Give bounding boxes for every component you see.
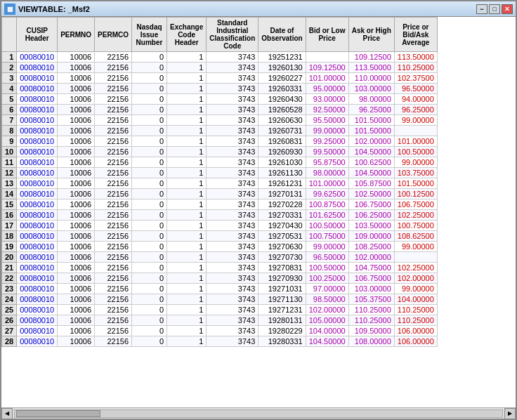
cell-bid: 95.50000: [306, 115, 348, 126]
col-header-permco: PERMCO: [95, 18, 132, 52]
cell-bid: 97.00000: [306, 284, 348, 294]
cell-rownum: 26: [2, 315, 17, 326]
cell-nasdaq: 0: [132, 115, 167, 126]
cell-permno: 10006: [58, 168, 95, 178]
cell-permco: 22156: [95, 252, 132, 263]
cell-date: 19271031: [258, 284, 306, 294]
cell-date: 19270730: [258, 252, 306, 263]
cell-rownum: 13: [2, 178, 17, 189]
table-row: 60008001010006221560137431926052892.5000…: [2, 105, 438, 115]
cell-nasdaq: 0: [132, 305, 167, 315]
cell-price-avg: 110.25000: [394, 63, 437, 73]
cell-permno: 10006: [58, 52, 95, 63]
cell-ask: 106.75000: [348, 199, 394, 210]
close-button[interactable]: ✕: [502, 4, 513, 14]
table-row: 300080010100062215601374319260227101.000…: [2, 73, 438, 84]
cell-permno: 10006: [58, 157, 95, 168]
cell-exchange: 1: [167, 199, 207, 210]
table-container[interactable]: CUSIPHeader PERMNO PERMCO NasdaqIssueNum…: [1, 17, 516, 407]
cell-exchange: 1: [167, 52, 207, 63]
cell-ask: 101.50000: [348, 115, 394, 126]
cell-date: 19260227: [258, 73, 306, 84]
horizontal-scrollbar[interactable]: [14, 409, 503, 418]
table-row: 120008001010006221560137431926113098.000…: [2, 168, 438, 178]
cell-nasdaq: 0: [132, 147, 167, 157]
cell-ask: 105.87500: [348, 178, 394, 189]
cell-permno: 10006: [58, 84, 95, 94]
cell-price-avg: 96.25000: [394, 105, 437, 115]
table-row: 1700080010100062215601374319270430100.50…: [2, 221, 438, 231]
cell-ask: 110.25000: [348, 315, 394, 326]
cell-cusip: 00080010: [17, 157, 58, 168]
cell-sic: 3743: [207, 336, 258, 347]
cell-date: 19270131: [258, 189, 306, 199]
cell-exchange: 1: [167, 305, 207, 315]
cell-exchange: 1: [167, 326, 207, 336]
cell-ask: 100.62500: [348, 157, 394, 168]
cell-rownum: 10: [2, 147, 17, 157]
cell-permno: 10006: [58, 336, 95, 347]
cell-permco: 22156: [95, 105, 132, 115]
cell-date: 19261130: [258, 168, 306, 178]
cell-permno: 10006: [58, 73, 95, 84]
cell-rownum: 25: [2, 305, 17, 315]
cell-cusip: 00080010: [17, 231, 58, 242]
cell-nasdaq: 0: [132, 63, 167, 73]
cell-cusip: 00080010: [17, 147, 58, 157]
cell-price-avg: 106.00000: [394, 336, 437, 347]
col-header-price-avg: Price orBid/AskAverage: [394, 18, 437, 52]
column-header-row: CUSIPHeader PERMNO PERMCO NasdaqIssueNum…: [2, 18, 438, 52]
cell-date: 19260528: [258, 105, 306, 115]
cell-cusip: 00080010: [17, 252, 58, 263]
main-window: ▦ VIEWTABLE: _Msf2 − □ ✕ CUSIPHeader PER…: [0, 0, 517, 420]
cell-price-avg: 102.37500: [394, 73, 437, 84]
cell-sic: 3743: [207, 326, 258, 336]
cell-ask: 96.25000: [348, 105, 394, 115]
scroll-left-button[interactable]: ◀: [1, 408, 13, 419]
minimize-button[interactable]: −: [476, 4, 487, 14]
cell-bid: 92.50000: [306, 105, 348, 115]
maximize-button[interactable]: □: [489, 4, 500, 14]
cell-price-avg: 103.75000: [394, 168, 437, 178]
cell-nasdaq: 0: [132, 84, 167, 94]
cell-ask: 110.00000: [348, 73, 394, 84]
scrollbar-thumb[interactable]: [16, 410, 100, 417]
cell-date: 19270331: [258, 210, 306, 221]
cell-sic: 3743: [207, 231, 258, 242]
cell-rownum: 24: [2, 294, 17, 305]
cell-nasdaq: 0: [132, 168, 167, 178]
cell-exchange: 1: [167, 294, 207, 305]
table-row: 50008001010006221560137431926043093.0000…: [2, 94, 438, 105]
cell-permno: 10006: [58, 105, 95, 115]
table-row: 1600080010100062215601374319270331101.62…: [2, 210, 438, 221]
cell-permno: 10006: [58, 273, 95, 284]
cell-nasdaq: 0: [132, 294, 167, 305]
cell-price-avg: [394, 252, 437, 263]
cell-cusip: 00080010: [17, 168, 58, 178]
cell-nasdaq: 0: [132, 178, 167, 189]
cell-ask: 113.50000: [348, 63, 394, 73]
table-row: 2100080010100062215601374319270831100.50…: [2, 263, 438, 273]
cell-permco: 22156: [95, 178, 132, 189]
table-row: 190008001010006221560137431927063099.000…: [2, 242, 438, 252]
table-row: 2500080010100062215601374319271231102.00…: [2, 305, 438, 315]
cell-price-avg: 94.00000: [394, 94, 437, 105]
cell-ask: 106.25000: [348, 210, 394, 221]
cell-cusip: 00080010: [17, 294, 58, 305]
cell-permco: 22156: [95, 263, 132, 273]
table-row: 2200080010100062215601374319270930100.25…: [2, 273, 438, 284]
col-header-rownum: [2, 18, 17, 52]
col-header-ask: Ask or HighPrice: [348, 18, 394, 52]
scroll-right-button[interactable]: ▶: [504, 408, 516, 419]
cell-price-avg: [394, 126, 437, 136]
cell-sic: 3743: [207, 199, 258, 210]
cell-rownum: 6: [2, 105, 17, 115]
cell-date: 19270831: [258, 263, 306, 273]
table-row: 140008001010006221560137431927013199.625…: [2, 189, 438, 199]
cell-date: 19271231: [258, 305, 306, 315]
cell-cusip: 00080010: [17, 84, 58, 94]
cell-cusip: 00080010: [17, 315, 58, 326]
cell-bid: 93.00000: [306, 94, 348, 105]
cell-date: 19260630: [258, 115, 306, 126]
cell-cusip: 00080010: [17, 263, 58, 273]
